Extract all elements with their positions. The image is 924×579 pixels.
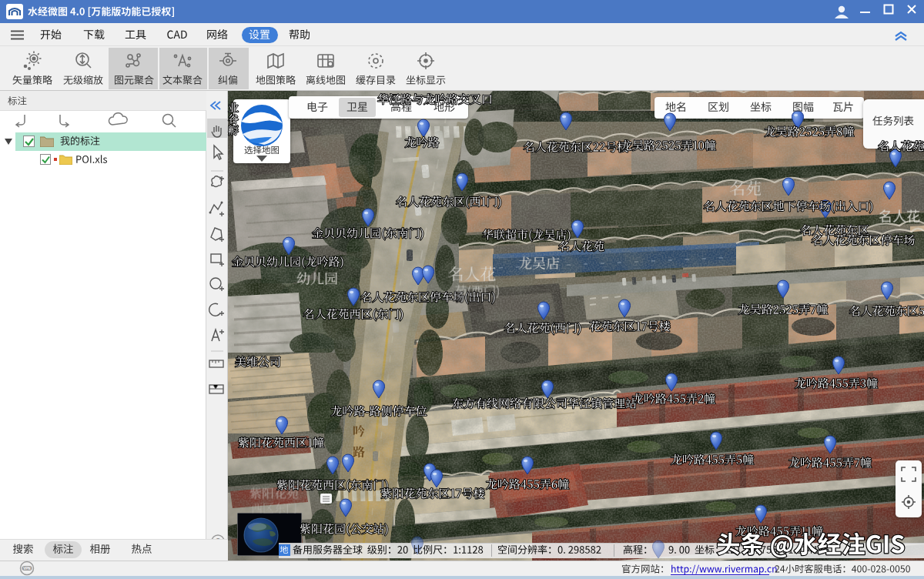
svg-text:VPN: VPN [23, 567, 30, 571]
